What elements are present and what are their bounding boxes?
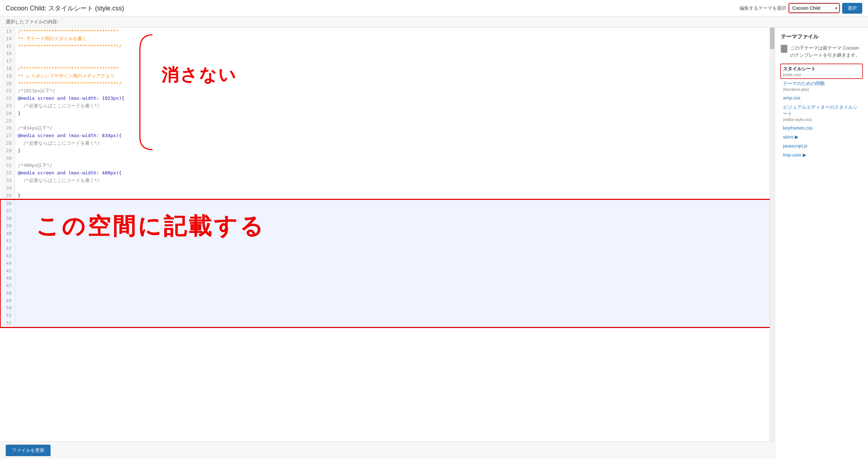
line-code[interactable] — [15, 312, 774, 319]
sidebar-file-item[interactable]: amp.css — [781, 94, 862, 102]
sidebar-file-link[interactable]: ビジュアルエディターのスタイルシート — [783, 104, 860, 117]
line-code[interactable]: } — [15, 110, 774, 117]
update-file-button[interactable]: ファイルを更新 — [6, 445, 51, 456]
line-code[interactable] — [15, 275, 774, 282]
line-code[interactable] — [15, 215, 774, 223]
table-row: 14** 子テーマ用のスタイルを書く — [0, 35, 774, 43]
line-number: 33 — [0, 177, 15, 184]
sidebar-file-item[interactable]: keyframes.css — [781, 124, 862, 132]
line-code[interactable]: /*480px以下*/ — [15, 162, 774, 169]
line-code[interactable] — [15, 297, 774, 305]
line-code[interactable] — [15, 237, 774, 245]
sidebar-file-item[interactable]: ビジュアルエディターのスタイルシート(editor-style.css) — [781, 103, 862, 123]
line-code[interactable] — [15, 304, 774, 312]
line-number: 41 — [0, 237, 15, 245]
line-code[interactable] — [15, 200, 774, 207]
line-code[interactable] — [15, 57, 774, 65]
line-number: 27 — [0, 132, 15, 140]
table-row: 51 — [0, 312, 774, 319]
line-code[interactable] — [15, 267, 774, 275]
line-number: 43 — [0, 252, 15, 260]
sidebar-file-item[interactable]: テーマのための関数(functions.php) — [781, 79, 862, 93]
line-code[interactable]: ************************************/ — [15, 43, 774, 50]
line-number: 38 — [0, 215, 15, 223]
table-row: 44 — [0, 260, 774, 267]
line-code[interactable]: ************************************/ — [15, 80, 774, 88]
scrollbar-thumb[interactable] — [770, 28, 774, 49]
line-code[interactable] — [15, 290, 774, 297]
line-number: 19 — [0, 72, 15, 80]
table-row: 30 — [0, 155, 774, 162]
sidebar-file-item[interactable]: スタイルシート(style.css) — [781, 64, 862, 78]
line-code[interactable] — [15, 252, 774, 260]
line-code[interactable]: /*必要ならばここにコードを書く*/ — [15, 102, 774, 110]
line-code[interactable]: /*必要ならばここにコードを書く*/ — [15, 177, 774, 184]
select-button[interactable]: 選択 — [842, 3, 862, 14]
theme-select[interactable]: Cocoon Child Cocoon — [789, 4, 839, 13]
line-code[interactable]: ** 子テーマ用のスタイルを書く — [15, 35, 774, 43]
table-row: 28 /*必要ならばここにコードを書く*/ — [0, 140, 774, 147]
line-code[interactable]: /*********************************** — [15, 65, 774, 72]
line-code[interactable] — [15, 282, 774, 290]
line-code[interactable] — [15, 184, 774, 192]
line-number: 48 — [0, 290, 15, 297]
table-row: 15************************************/ — [0, 43, 774, 50]
table-row: 35} — [0, 192, 774, 200]
line-code[interactable]: ** レスポンシブデザイン用のメディアクエリ — [15, 72, 774, 80]
line-number: 39 — [0, 223, 15, 230]
line-number: 49 — [0, 297, 15, 305]
line-number: 46 — [0, 275, 15, 282]
table-row: 31/*480px以下*/ — [0, 162, 774, 169]
line-code[interactable]: /*********************************** — [15, 28, 774, 35]
line-number: 35 — [0, 192, 15, 200]
line-code[interactable] — [15, 155, 774, 162]
line-number: 23 — [0, 102, 15, 110]
sidebar-file-item[interactable]: tmp-user ▶ — [781, 151, 862, 159]
table-row: 46 — [0, 275, 774, 282]
theme-select-wrapper: Cocoon Child Cocoon — [789, 4, 839, 13]
line-code[interactable]: @media screen and (max-width: 834px){ — [15, 132, 774, 140]
sidebar-file-link[interactable]: keyframes.css — [783, 125, 860, 131]
table-row: 29} — [0, 147, 774, 155]
line-code[interactable]: /*1023px以下*/ — [15, 87, 774, 95]
line-code[interactable] — [15, 50, 774, 57]
line-number: 44 — [0, 260, 15, 267]
line-code[interactable]: /*必要ならばここにコードを書く*/ — [15, 140, 774, 147]
line-code[interactable] — [15, 260, 774, 267]
line-number: 20 — [0, 80, 15, 88]
sidebar-file-link[interactable]: tmp-user ▶ — [783, 152, 860, 158]
line-number: 22 — [0, 95, 15, 102]
line-code[interactable] — [15, 207, 774, 215]
sidebar-file-item[interactable]: skins ▶ — [781, 133, 862, 141]
header-right: 編集するテーマを選択 Cocoon Child Cocoon 選択 — [740, 3, 862, 14]
code-table: 13/***********************************14… — [0, 28, 775, 328]
sidebar-file-subtitle: (functions.php) — [783, 87, 860, 92]
sidebar-file-link[interactable]: javascript.js — [783, 143, 860, 149]
sidebar-file-link[interactable]: スタイルシート — [783, 66, 860, 72]
line-number: 17 — [0, 57, 15, 65]
table-row: 17 — [0, 57, 774, 65]
line-code[interactable]: @media screen and (max-width: 480px){ — [15, 169, 774, 177]
line-code[interactable] — [15, 245, 774, 252]
line-code[interactable] — [15, 117, 774, 125]
sidebar-file-item[interactable]: javascript.js — [781, 142, 862, 150]
line-code[interactable]: } — [15, 192, 774, 200]
sidebar-file-link[interactable]: skins ▶ — [783, 134, 860, 140]
line-number: 16 — [0, 50, 15, 57]
table-row: 40 — [0, 230, 774, 238]
line-code[interactable] — [15, 223, 774, 230]
line-code[interactable] — [15, 230, 774, 238]
line-code[interactable]: } — [15, 147, 774, 155]
sidebar-file-link[interactable]: amp.css — [783, 95, 860, 100]
line-code[interactable]: @media screen and (max-width: 1023px){ — [15, 95, 774, 102]
sub-header: 選択したファイルの内容: — [0, 17, 868, 28]
line-number: 50 — [0, 304, 15, 312]
sidebar-file-link[interactable]: テーマのための関数 — [783, 80, 860, 87]
scrollbar-track[interactable] — [770, 28, 775, 441]
line-number: 24 — [0, 110, 15, 117]
line-code[interactable]: /*834px以下*/ — [15, 125, 774, 132]
line-number: 40 — [0, 230, 15, 238]
line-code[interactable] — [15, 319, 774, 327]
table-row: 25 — [0, 117, 774, 125]
code-editor[interactable]: 13/***********************************14… — [0, 28, 775, 441]
